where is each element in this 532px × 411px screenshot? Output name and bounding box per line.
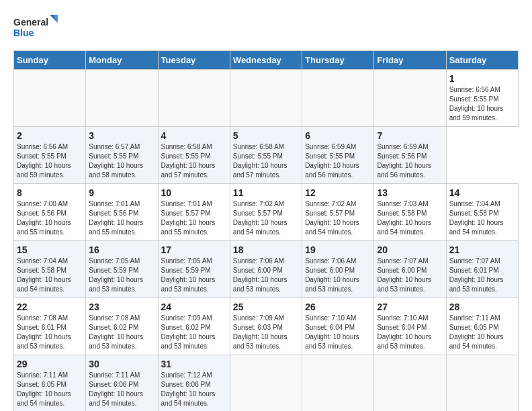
day-number: 9 [89,187,154,198]
calendar-cell: 7Sunrise: 6:59 AMSunset: 5:56 PMDaylight… [374,127,446,184]
calendar-cell: 30Sunrise: 7:11 AMSunset: 6:06 PMDayligh… [86,355,158,412]
day-info: Sunrise: 7:06 AMSunset: 6:00 PMDaylight:… [233,257,299,294]
calendar-cell: 17Sunrise: 7:05 AMSunset: 5:59 PMDayligh… [158,241,230,298]
calendar-table: SundayMondayTuesdayWednesdayThursdayFrid… [13,50,519,411]
calendar-cell: 16Sunrise: 7:05 AMSunset: 5:59 PMDayligh… [86,241,158,298]
day-number: 20 [377,244,443,255]
calendar-cell: 21Sunrise: 7:07 AMSunset: 6:01 PMDayligh… [446,241,518,298]
day-info: Sunrise: 7:08 AMSunset: 6:02 PMDaylight:… [89,314,154,351]
day-number: 14 [449,187,515,198]
day-info: Sunrise: 6:57 AMSunset: 5:55 PMDaylight:… [89,142,154,180]
day-info: Sunrise: 7:00 AMSunset: 5:56 PMDaylight:… [17,199,83,237]
calendar-cell: 4Sunrise: 6:58 AMSunset: 5:55 PMDaylight… [158,127,230,184]
day-number: 29 [17,359,83,369]
day-number: 10 [161,187,227,198]
calendar-cell: 31Sunrise: 7:12 AMSunset: 6:06 PMDayligh… [158,355,230,412]
day-info: Sunrise: 7:07 AMSunset: 6:01 PMDaylight:… [449,257,515,294]
day-number: 17 [161,244,227,255]
day-info: Sunrise: 7:01 AMSunset: 5:57 PMDaylight:… [161,199,227,237]
day-info: Sunrise: 7:01 AMSunset: 5:56 PMDaylight:… [89,199,154,237]
day-number: 13 [377,187,443,198]
weekday-header-friday: Friday [374,51,446,70]
calendar-cell: 5Sunrise: 6:58 AMSunset: 5:55 PMDaylight… [230,127,302,184]
calendar-cell: 27Sunrise: 7:10 AMSunset: 6:04 PMDayligh… [374,298,446,355]
day-number: 1 [449,73,515,84]
day-info: Sunrise: 7:10 AMSunset: 6:04 PMDaylight:… [305,314,371,351]
day-number: 31 [161,359,227,369]
day-number: 15 [17,244,83,255]
day-info: Sunrise: 7:06 AMSunset: 6:00 PMDaylight:… [305,257,371,294]
day-info: Sunrise: 6:56 AMSunset: 5:55 PMDaylight:… [449,85,515,123]
weekday-header-monday: Monday [86,51,158,70]
svg-text:Blue: Blue [13,28,34,38]
day-number: 5 [233,130,299,141]
day-number: 22 [17,302,83,312]
day-number: 24 [161,302,227,312]
day-info: Sunrise: 7:02 AMSunset: 5:57 PMDaylight:… [233,199,299,237]
weekday-header-thursday: Thursday [302,51,374,70]
calendar-cell: 12Sunrise: 7:02 AMSunset: 5:57 PMDayligh… [302,184,374,241]
day-number: 28 [449,302,515,312]
calendar-cell: 15Sunrise: 7:04 AMSunset: 5:58 PMDayligh… [14,241,86,298]
day-info: Sunrise: 6:59 AMSunset: 5:56 PMDaylight:… [377,142,443,180]
calendar-cell [14,70,86,127]
calendar-cell: 19Sunrise: 7:06 AMSunset: 6:00 PMDayligh… [302,241,374,298]
day-info: Sunrise: 7:04 AMSunset: 5:58 PMDaylight:… [449,199,515,237]
header: General Blue [13,13,519,44]
day-number: 26 [305,302,371,312]
day-info: Sunrise: 7:11 AMSunset: 6:05 PMDaylight:… [449,314,515,351]
calendar-cell: 14Sunrise: 7:04 AMSunset: 5:58 PMDayligh… [446,184,518,241]
day-info: Sunrise: 7:10 AMSunset: 6:04 PMDaylight:… [377,314,443,351]
day-number: 11 [233,187,299,198]
day-info: Sunrise: 7:09 AMSunset: 6:02 PMDaylight:… [161,314,227,351]
calendar-week-5: 22Sunrise: 7:08 AMSunset: 6:01 PMDayligh… [14,298,519,355]
calendar-cell [230,70,302,127]
calendar-cell [86,70,158,127]
calendar-cell: 9Sunrise: 7:01 AMSunset: 5:56 PMDaylight… [86,184,158,241]
day-info: Sunrise: 6:58 AMSunset: 5:55 PMDaylight:… [233,142,299,180]
day-info: Sunrise: 7:09 AMSunset: 6:03 PMDaylight:… [233,314,299,351]
day-number: 30 [89,359,154,369]
calendar-cell [374,355,446,412]
calendar-cell: 10Sunrise: 7:01 AMSunset: 5:57 PMDayligh… [158,184,230,241]
day-info: Sunrise: 7:12 AMSunset: 6:06 PMDaylight:… [161,371,227,408]
calendar-cell [446,355,518,412]
calendar-header-row: SundayMondayTuesdayWednesdayThursdayFrid… [14,51,519,70]
day-number: 27 [377,302,443,312]
calendar-cell [230,355,302,412]
day-info: Sunrise: 6:56 AMSunset: 5:55 PMDaylight:… [17,142,83,180]
day-info: Sunrise: 7:08 AMSunset: 6:01 PMDaylight:… [17,314,83,351]
day-number: 8 [17,187,83,198]
calendar-cell: 13Sunrise: 7:03 AMSunset: 5:58 PMDayligh… [374,184,446,241]
day-info: Sunrise: 7:04 AMSunset: 5:58 PMDaylight:… [17,257,83,294]
svg-text:General: General [13,17,48,28]
calendar-cell: 23Sunrise: 7:08 AMSunset: 6:02 PMDayligh… [86,298,158,355]
day-number: 2 [17,130,83,141]
calendar-cell: 28Sunrise: 7:11 AMSunset: 6:05 PMDayligh… [446,298,518,355]
calendar-week-6: 29Sunrise: 7:11 AMSunset: 6:05 PMDayligh… [14,355,519,412]
weekday-header-wednesday: Wednesday [230,51,302,70]
calendar-cell [158,70,230,127]
calendar-cell: 24Sunrise: 7:09 AMSunset: 6:02 PMDayligh… [158,298,230,355]
calendar-cell: 22Sunrise: 7:08 AMSunset: 6:01 PMDayligh… [14,298,86,355]
day-number: 19 [305,244,371,255]
calendar-cell: 29Sunrise: 7:11 AMSunset: 6:05 PMDayligh… [14,355,86,412]
calendar-cell: 3Sunrise: 6:57 AMSunset: 5:55 PMDaylight… [86,127,158,184]
weekday-header-sunday: Sunday [14,51,86,70]
day-info: Sunrise: 6:59 AMSunset: 5:55 PMDaylight:… [305,142,371,180]
calendar-cell: 20Sunrise: 7:07 AMSunset: 6:00 PMDayligh… [374,241,446,298]
day-info: Sunrise: 7:03 AMSunset: 5:58 PMDaylight:… [377,199,443,237]
day-number: 3 [89,130,154,141]
logo: General Blue [13,13,60,44]
day-info: Sunrise: 7:05 AMSunset: 5:59 PMDaylight:… [161,257,227,294]
calendar-cell: 25Sunrise: 7:09 AMSunset: 6:03 PMDayligh… [230,298,302,355]
day-info: Sunrise: 6:58 AMSunset: 5:55 PMDaylight:… [161,142,227,180]
day-info: Sunrise: 7:05 AMSunset: 5:59 PMDaylight:… [89,257,154,294]
calendar-week-4: 15Sunrise: 7:04 AMSunset: 5:58 PMDayligh… [14,241,519,298]
calendar-cell: 11Sunrise: 7:02 AMSunset: 5:57 PMDayligh… [230,184,302,241]
calendar-cell: 2Sunrise: 6:56 AMSunset: 5:55 PMDaylight… [14,127,86,184]
calendar-cell [302,355,374,412]
logo-svg: General Blue [13,13,60,44]
day-info: Sunrise: 7:07 AMSunset: 6:00 PMDaylight:… [377,257,443,294]
day-number: 23 [89,302,154,312]
